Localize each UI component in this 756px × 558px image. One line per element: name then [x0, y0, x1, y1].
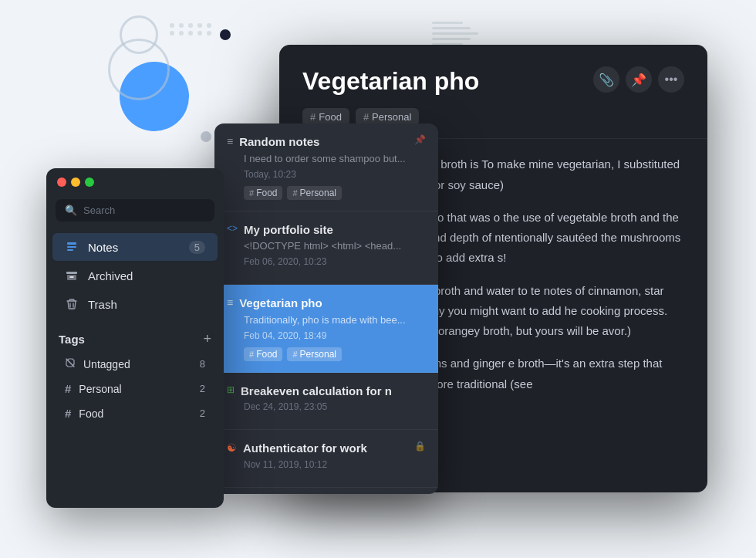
- tags-header: Tags +: [59, 331, 211, 347]
- note-item-portfolio[interactable]: <> My portfolio site <!DOCTYPE html> <ht…: [214, 211, 438, 286]
- note-item-header: ☯ Authenticator for work 🔒: [227, 441, 426, 456]
- note-title: My portfolio site: [244, 222, 426, 238]
- detail-actions: 📎 📌 •••: [593, 66, 684, 93]
- untagged-icon: [65, 357, 76, 370]
- sidebar-tag-food-count: 2: [200, 408, 205, 419]
- tag-chip-label: Personal: [300, 349, 336, 360]
- sidebar-tag-personal-count: 2: [200, 383, 205, 394]
- note-tags: # Food # Personal: [244, 347, 426, 361]
- note-title: Breakeven calculation for n: [241, 384, 426, 399]
- detail-tag-food-label: Food: [319, 111, 342, 123]
- sidebar-notes-count: 5: [189, 241, 205, 254]
- detail-title: Vegetarian pho: [302, 66, 479, 96]
- tag-hash-icon: #: [292, 350, 297, 359]
- decor-dot-gray: [201, 131, 211, 142]
- note-item-header: <> My portfolio site: [227, 222, 426, 238]
- add-tag-button[interactable]: +: [203, 331, 211, 347]
- decor-ring-2: [120, 15, 158, 54]
- note-item-random-notes[interactable]: ≡ Random notes 📌 I need to order some sh…: [214, 123, 438, 211]
- tags-title: Tags: [59, 333, 85, 346]
- sidebar-item-archived[interactable]: Archived: [52, 262, 218, 289]
- sidebar-nav: Notes 5 Archived Trash: [46, 229, 224, 322]
- attach-button[interactable]: 📎: [593, 66, 619, 93]
- trash-icon: [65, 297, 79, 311]
- maximize-button[interactable]: [85, 178, 94, 187]
- sidebar-notes-label: Notes: [88, 241, 180, 254]
- note-item-header: ≡ Vegetarian pho: [227, 296, 426, 311]
- note-date: Nov 11, 2019, 10:12: [244, 459, 426, 470]
- sidebar-trash-label: Trash: [88, 298, 205, 311]
- sidebar-item-trash[interactable]: Trash: [52, 290, 218, 318]
- lock-icon: 🔒: [414, 441, 426, 451]
- tag-hash-icon: #: [65, 382, 71, 395]
- note-type-icon: ≡: [227, 135, 233, 147]
- sidebar-titlebar: [46, 168, 224, 196]
- detail-title-row: Vegetarian pho 📎 📌 •••: [302, 66, 684, 96]
- note-item-vegetarian-pho[interactable]: ≡ Vegetarian pho Traditionally, pho is m…: [214, 285, 438, 373]
- tag-hash-icon: #: [310, 111, 316, 123]
- note-preview: Traditionally, pho is made with bee...: [244, 314, 426, 326]
- note-item-authenticator[interactable]: ☯ Authenticator for work 🔒 Nov 11, 2019,…: [214, 430, 438, 488]
- sidebar-item-notes[interactable]: Notes 5: [52, 233, 218, 261]
- svg-rect-1: [67, 246, 76, 248]
- note-type-icon: ☯: [227, 441, 237, 454]
- tag-hash-icon: #: [249, 350, 254, 359]
- sidebar-archived-label: Archived: [88, 269, 205, 282]
- pin-icon: 📌: [414, 134, 426, 145]
- close-button[interactable]: [57, 178, 66, 187]
- note-tags: # Food # Personal: [244, 186, 426, 200]
- note-preview: I need to order some shampoo but...: [244, 153, 426, 164]
- sidebar-tag-untagged-count: 8: [200, 358, 205, 370]
- svg-rect-3: [66, 272, 77, 274]
- note-title: Authenticator for work: [243, 441, 405, 456]
- tag-chip-personal: # Personal: [287, 186, 342, 200]
- note-date: Today, 10:23: [244, 169, 426, 180]
- sidebar-tag-untagged[interactable]: Untagged 8: [59, 352, 211, 376]
- note-title: Random notes: [239, 134, 408, 150]
- decor-ring-1: [108, 39, 170, 100]
- tag-hash-icon: #: [292, 188, 297, 198]
- search-placeholder: Search: [83, 205, 115, 216]
- tag-chip-label: Personal: [300, 188, 336, 198]
- note-item-header: ⊞ Breakeven calculation for n: [227, 384, 426, 399]
- tag-chip-food: # Food: [244, 186, 282, 200]
- note-preview: <!DOCTYPE html> <html> <head...: [244, 240, 426, 252]
- note-title: Vegetarian pho: [239, 296, 426, 311]
- pin-button[interactable]: 📌: [626, 66, 652, 93]
- sidebar-tag-personal[interactable]: # Personal 2: [59, 377, 211, 401]
- archived-icon: [65, 269, 79, 282]
- note-date: Feb 04, 2020, 18:49: [244, 330, 426, 341]
- tag-hash-icon-2: #: [363, 111, 369, 123]
- tag-chip-label: Food: [256, 188, 277, 198]
- decor-dots-top: [170, 23, 213, 36]
- minimize-button[interactable]: [71, 178, 80, 187]
- note-type-icon: ⊞: [227, 384, 235, 395]
- tag-hash-icon: #: [249, 188, 254, 198]
- note-item-breakeven[interactable]: ⊞ Breakeven calculation for n Dec 24, 20…: [214, 373, 438, 431]
- tags-section: Tags + Untagged 8 # Personal 2 # Food 2: [46, 322, 224, 431]
- search-icon: 🔍: [65, 205, 77, 216]
- sidebar-tag-personal-label: Personal: [79, 383, 191, 395]
- sidebar-tag-food-label: Food: [79, 408, 191, 420]
- decor-dot-dark-1: [220, 29, 231, 40]
- sidebar-tag-food[interactable]: # Food 2: [59, 401, 211, 425]
- sidebar-tag-untagged-label: Untagged: [83, 358, 192, 370]
- note-type-icon: <>: [227, 223, 238, 234]
- decor-circle-blue: [120, 62, 189, 131]
- sidebar-search[interactable]: 🔍 Search: [56, 199, 214, 222]
- svg-rect-0: [67, 242, 76, 245]
- note-type-icon: ≡: [227, 296, 233, 309]
- sidebar-panel: 🔍 Search Notes 5: [46, 168, 224, 508]
- notes-icon: [65, 240, 79, 254]
- detail-tag-personal-label: Personal: [372, 111, 411, 123]
- note-date: Dec 24, 2019, 23:05: [244, 401, 426, 412]
- tag-chip-personal: # Personal: [287, 347, 342, 361]
- tag-hash-icon-2: #: [65, 407, 71, 420]
- notes-list-panel: ≡ Random notes 📌 I need to order some sh…: [214, 123, 438, 494]
- tag-chip-food: # Food: [244, 347, 282, 361]
- note-item-header: ≡ Random notes 📌: [227, 134, 426, 150]
- more-button[interactable]: •••: [658, 66, 684, 93]
- tag-chip-label: Food: [256, 349, 277, 360]
- svg-rect-2: [67, 249, 73, 251]
- note-date: Feb 06, 2020, 10:23: [244, 256, 426, 267]
